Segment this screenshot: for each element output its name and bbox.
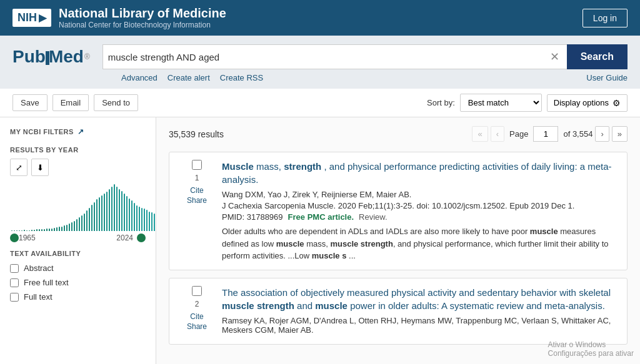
abstract-bold-1c: muscle strength [330, 239, 392, 248]
article-journal-1: J Cachexia Sarcopenia Muscle. 2020 Feb;1… [222, 201, 618, 210]
header: NIH ▶ National Library of Medicine Natio… [0, 0, 640, 36]
search-links-row: Advanced Create alert Create RSS User Gu… [12, 73, 628, 82]
full-text-checkbox[interactable] [10, 293, 19, 302]
title-muscle-power-2: muscle [315, 300, 348, 311]
year-start-label: 1965 [19, 234, 36, 242]
abstract-checkbox[interactable] [10, 264, 19, 273]
search-input-wrap: ✕ [102, 44, 567, 69]
prev-page-button[interactable]: ‹ [491, 126, 504, 142]
email-button[interactable]: Email [52, 94, 89, 111]
search-button[interactable]: Search [567, 44, 628, 69]
toolbar: Save Email Send to Sort by: Best match M… [0, 89, 640, 117]
article-authors-2: Ramsey KA, Rojer AGM, D'Andrea L, Otten … [222, 316, 618, 335]
page-total: of 3,554 [563, 129, 592, 139]
sort-label: Sort by: [427, 98, 455, 107]
chart-controls: ⤢ ⬇ [10, 159, 146, 176]
article-left: 1 Cite Share [178, 160, 216, 262]
header-title: National Library of Medicine [59, 6, 226, 21]
search-row: Pub M ed ® ✕ Search [12, 44, 628, 69]
create-rss-link[interactable]: Create RSS [220, 73, 263, 82]
year-dot-end [137, 234, 146, 242]
year-end-label: 2024 [116, 234, 133, 242]
expand-chart-button[interactable]: ⤢ [10, 159, 28, 176]
abstract-bold-1d: muscle s [312, 251, 347, 260]
article-number-1: 1 [195, 174, 199, 182]
header-subtitle: National Center for Biotechnology Inform… [59, 21, 226, 29]
review-badge-1: Review. [359, 212, 388, 222]
nih-arrow-icon: ▶ [39, 12, 46, 24]
cite-share-2: Cite Share [187, 312, 207, 331]
display-options-button[interactable]: Display options ⚙ [547, 94, 628, 112]
header-logo: NIH ▶ National Library of Medicine Natio… [12, 6, 226, 29]
create-alert-link[interactable]: Create alert [168, 73, 210, 82]
cite-link-2[interactable]: Cite [190, 312, 203, 321]
search-input[interactable] [108, 52, 548, 62]
article-abstract-1: Older adults who are dependent in ADLs a… [222, 225, 618, 262]
search-area: Pub M ed ® ✕ Search Advanced Create aler… [0, 36, 640, 89]
abstract-bold-1b: muscle [276, 239, 304, 248]
main-content: MY NCBI FILTERS ↗ RESULTS BY YEAR ⤢ ⬇ 19… [0, 117, 640, 364]
nih-label: NIH [18, 11, 37, 24]
advanced-link[interactable]: Advanced [121, 73, 158, 82]
login-button[interactable]: Log in [582, 9, 628, 27]
page-input[interactable] [533, 126, 558, 142]
results-header: 35,539 results « ‹ Page of 3,554 › » [169, 126, 628, 142]
save-button[interactable]: Save [12, 94, 48, 111]
filter-full-text: Full text [10, 292, 146, 302]
cite-link-1[interactable]: Cite [190, 186, 203, 195]
full-text-label: Full text [24, 292, 52, 302]
registered-symbol: ® [84, 52, 90, 61]
pubmed-logo: Pub M ed ® [12, 47, 90, 67]
abstract-label: Abstract [24, 263, 54, 273]
page-label: Page [509, 129, 528, 139]
article-title-1[interactable]: Muscle mass, strength , and physical per… [222, 160, 618, 186]
article-number-2: 2 [195, 300, 199, 308]
article-left-2: 2 Cite Share [178, 286, 216, 337]
article-content-1: Muscle mass, strength , and physical per… [222, 160, 618, 262]
send-to-button[interactable]: Send to [94, 94, 138, 111]
share-link-1[interactable]: Share [187, 196, 207, 205]
free-full-text-label: Free full text [24, 278, 69, 287]
year-chart [10, 181, 146, 231]
last-page-button[interactable]: » [612, 126, 628, 142]
title-text-2a: The association of objectively measured … [222, 287, 611, 298]
sort-select[interactable]: Best match Most recent Publication date [460, 94, 542, 112]
article-content-2: The association of objectively measured … [222, 286, 618, 337]
first-page-button[interactable]: « [472, 126, 488, 142]
free-full-text-checkbox[interactable] [10, 278, 19, 287]
display-options-label: Display options [554, 98, 609, 107]
share-link-2[interactable]: Share [187, 322, 207, 331]
article-pmid-1: PMID: 31788969 [222, 212, 283, 222]
next-page-button[interactable]: › [595, 126, 609, 142]
results-count: 35,539 results [169, 129, 224, 139]
gear-icon: ⚙ [612, 98, 621, 108]
results-by-year-title: RESULTS BY YEAR [10, 146, 146, 154]
text-availability-title: TEXT AVAILABILITY [10, 250, 146, 257]
user-guide-link[interactable]: User Guide [586, 73, 628, 82]
title-muscle-2: muscle [222, 300, 254, 311]
results-area: 35,539 results « ‹ Page of 3,554 › » 1 C… [156, 117, 640, 364]
external-link-icon: ↗ [78, 127, 84, 136]
title-text-2c: power in older adults: A systematic revi… [350, 300, 605, 311]
free-pmc-badge-1[interactable]: Free PMC article. [288, 212, 354, 222]
filter-abstract: Abstract [10, 263, 146, 273]
ncbi-filters-title: MY NCBI FILTERS ↗ [10, 127, 146, 136]
header-text: National Library of Medicine National Ce… [59, 6, 226, 29]
title-strength-1: strength [284, 161, 321, 172]
abstract-bold-1a: muscle [530, 227, 558, 236]
clear-button[interactable]: ✕ [548, 50, 562, 64]
article-title-2[interactable]: The association of objectively measured … [222, 286, 618, 312]
cite-share-1: Cite Share [187, 186, 207, 205]
title-muscle-1: Muscle [222, 161, 254, 172]
search-links: Advanced Create alert Create RSS [121, 73, 263, 82]
pubmed-text: Pub M ed [12, 47, 84, 67]
sidebar: MY NCBI FILTERS ↗ RESULTS BY YEAR ⤢ ⬇ 19… [0, 117, 156, 364]
article-checkbox-2[interactable] [192, 286, 202, 296]
article-checkbox-1[interactable] [192, 160, 202, 170]
year-range-row: 1965 2024 [10, 234, 146, 242]
title-strength-2: strength [257, 300, 294, 311]
pagination: « ‹ Page of 3,554 › » [472, 126, 628, 142]
download-chart-button[interactable]: ⬇ [31, 159, 49, 176]
article-pmid-row-1: PMID: 31788969 Free PMC article. Review. [222, 212, 618, 222]
article-card: 1 Cite Share Muscle mass, strength , and… [169, 152, 628, 270]
